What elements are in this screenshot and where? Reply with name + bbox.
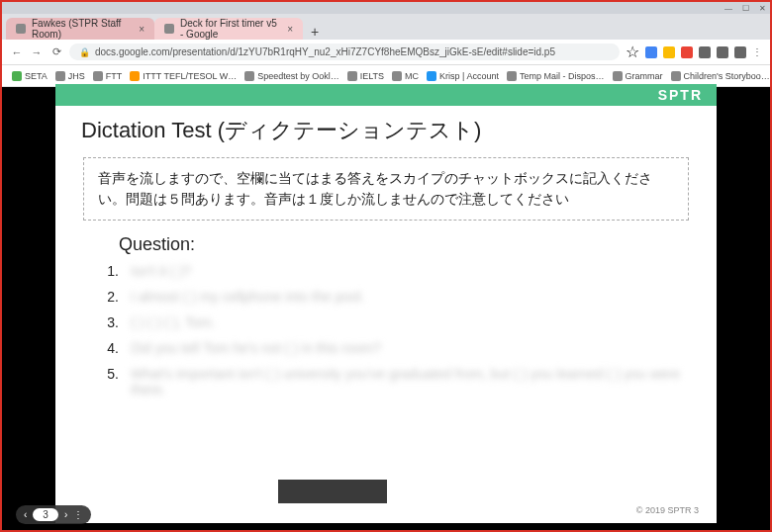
bookmark-icon [244,71,254,81]
bookmark-item[interactable]: Grammar [613,71,663,81]
tab-title: Fawkes (STPR Staff Room) [32,18,133,40]
bookmark-icon [12,71,22,81]
question-heading: Question: [119,234,691,255]
presentation-controls: ‹ 3 › ⋮ [16,505,91,524]
minimize-button[interactable]: — [724,4,732,13]
bookmark-item[interactable]: SETA [12,71,48,81]
toolbar: ← → ⟳ 🔒 docs.google.com/presentation/d/1… [2,40,770,65]
list-item: 1.Isn't it ( )? [101,263,691,279]
window-titlebar: — ☐ ✕ [2,2,770,14]
bookmark-item[interactable]: IELTS [347,71,384,81]
list-item: 2.I almost ( ) my cellphone into the poo… [101,289,691,305]
bookmark-item[interactable]: ITTT TEFL/TESOL W… [130,71,237,81]
extension-icon[interactable] [699,46,711,58]
tab-deck[interactable]: Deck for First timer v5 - Google × [154,18,303,40]
bookmark-item[interactable]: MC [392,71,419,81]
extension-icon[interactable] [663,46,675,58]
tab-strip: Fawkes (STPR Staff Room) × Deck for Firs… [2,14,770,40]
bookmark-item[interactable]: Krisp | Account [427,71,499,81]
tab-fawkes[interactable]: Fawkes (STPR Staff Room) × [6,18,154,40]
prev-slide-button[interactable]: ‹ [24,509,27,520]
extension-icon[interactable] [717,46,728,58]
menu-icon[interactable]: ⋮ [752,46,762,58]
slide-title: Dictation Test (ディクテーションテスト) [81,116,691,145]
bookmark-icon [93,71,103,81]
instruction-box: 音声を流しますので、空欄に当てはまる答えをスカイプのチャットボックスに記入くださ… [83,157,689,221]
forward-button[interactable]: → [30,46,44,58]
redacted-block [278,480,387,503]
list-item: 3.( ) ( ) ( ), Tom. [101,314,691,330]
bookmark-icon [671,71,681,81]
bookmark-item[interactable]: JHS [55,71,85,81]
bookmark-icon [55,71,65,81]
close-button[interactable]: ✕ [759,4,766,13]
bookmark-item[interactable]: Temp Mail - Dispos… [507,71,605,81]
slide-counter[interactable]: 3 [33,508,58,521]
browser-chrome: — ☐ ✕ Fawkes (STPR Staff Room) × Deck fo… [2,2,770,40]
slide-header: SPTR [55,84,717,106]
list-item: 5.What's important isn't ( ) university … [101,366,691,398]
new-tab-button[interactable]: + [303,24,327,40]
bookmark-icon [507,71,517,81]
bookmark-icon [613,71,623,81]
bookmark-item[interactable]: Speedtest by Ookl… [244,71,339,81]
bookmark-icon [347,71,357,81]
lock-icon: 🔒 [79,47,90,57]
extension-icon[interactable] [681,46,693,58]
presentation-viewport: SPTR Dictation Test (ディクテーションテスト) 音声を流しま… [2,87,770,530]
close-icon[interactable]: × [287,24,293,35]
tab-title: Deck for First timer v5 - Google [180,18,281,40]
next-slide-button[interactable]: › [64,509,67,520]
slide-footer: © 2019 SPTR 3 [636,505,699,515]
bookmark-icon [427,71,436,81]
extension-icons: ⋮ [645,46,762,58]
favicon-icon [164,24,174,34]
brand-logo: SPTR [658,87,703,103]
extension-icon[interactable] [734,46,746,58]
maximize-button[interactable]: ☐ [742,4,749,13]
star-icon[interactable]: ☆ [626,43,639,61]
bookmark-item[interactable]: Children's Storyboo… [671,71,770,81]
bookmark-icon [130,71,140,81]
bookmark-item[interactable]: FTT [93,71,123,81]
back-button[interactable]: ← [10,46,24,58]
address-bar[interactable]: 🔒 docs.google.com/presentation/d/1zYU7bR… [69,44,620,60]
url-text: docs.google.com/presentation/d/1zYU7bR1r… [95,46,555,57]
question-list: 1.Isn't it ( )? 2.I almost ( ) my cellph… [81,263,691,398]
slide: SPTR Dictation Test (ディクテーションテスト) 音声を流しま… [55,84,717,523]
list-item: 4.Did you tell Tom he's not ( ) in this … [101,340,691,356]
reload-button[interactable]: ⟳ [49,45,63,58]
close-icon[interactable]: × [139,24,145,35]
extension-icon[interactable] [645,46,657,58]
favicon-icon [16,24,26,34]
options-menu-button[interactable]: ⋮ [73,509,83,520]
bookmark-icon [392,71,402,81]
